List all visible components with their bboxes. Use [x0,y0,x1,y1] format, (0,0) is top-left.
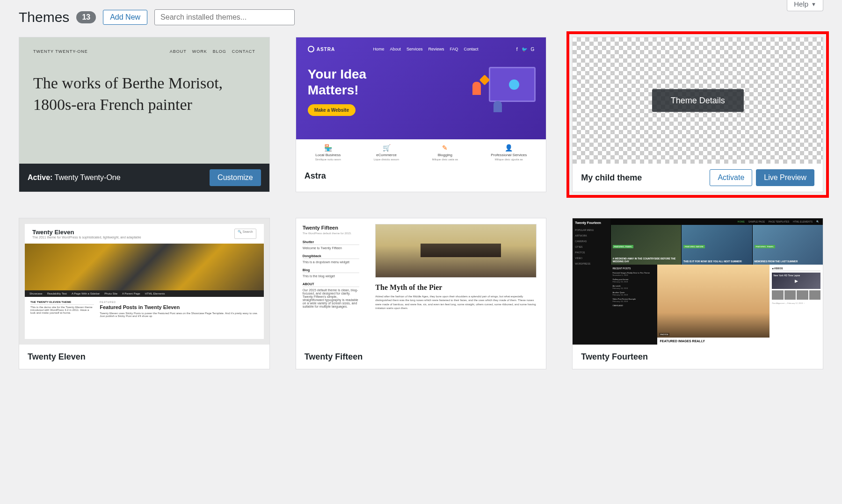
astra-illustration [468,63,536,112]
theme-name: Twenty Eleven [28,352,86,362]
theme-count-badge: 13 [76,11,96,23]
preview-top-nav: HOME SAMPLE PAGE PAGE TEMPLATES HTML ELE… [610,218,823,225]
facebook-icon: f [516,47,518,52]
astra-logo-icon [308,46,314,52]
theme-card-my-child-theme[interactable]: Theme Details My child theme Activate Li… [572,37,823,192]
twitter-icon: 🐦 [522,47,527,52]
preview-menu: ABOUT WORK BLOG CONTACT [170,49,255,54]
theme-screenshot: Twenty Eleven The 2011 theme for WordPre… [19,218,269,345]
astra-nav: Home About Services Reviews FAQ Contact [373,47,478,51]
theme-name: Active: Twenty Twenty-One [28,173,121,182]
help-tab[interactable]: Help ▼ [787,0,823,11]
search-input[interactable] [154,9,295,25]
theme-footer: Twenty Eleven [19,345,269,369]
theme-card-astra[interactable]: ASTRA Home About Services Reviews FAQ Co… [296,37,547,192]
theme-footer: Active: Twenty Twenty-One Customize [19,164,269,192]
theme-card-twenty-twenty-one[interactable]: TWENTY TWENTY-ONE ABOUT WORK BLOG CONTAC… [19,37,270,192]
preview-feature-image: PHOTOS FEATURED IMAGES REALLY [657,265,770,345]
edit-icon: ✎ [432,144,458,151]
cart-icon: 🛒 [374,144,399,151]
astra-social: f 🐦 G [516,47,535,52]
theme-screenshot: TWENTY TWENTY-ONE ABOUT WORK BLOG CONTAC… [19,37,269,164]
header: Themes 13 Add New [19,9,823,25]
theme-details-button[interactable]: Theme Details [652,89,744,112]
theme-footer: Twenty Fourteen [573,345,823,369]
person-icon: 👤 [491,144,527,151]
theme-name: My child theme [581,173,642,183]
customize-button[interactable]: Customize [210,169,261,186]
astra-features: 🏪Local BusinessSimilique notio assm 🛒eCo… [296,139,546,164]
page-title: Themes [19,9,69,25]
play-icon: ▶ [795,279,798,283]
preview-video: ▶New York HD Time Lapse [772,273,820,289]
add-new-button[interactable]: Add New [103,10,147,25]
theme-screenshot: ASTRA Home About Services Reviews FAQ Co… [296,37,546,164]
preview-header-image [25,244,264,290]
theme-name: Twenty Fifteen [305,352,363,362]
search-icon: 🔍 [816,220,819,223]
google-icon: G [531,47,535,52]
theme-name: Astra [305,171,326,181]
preview-site-title: TWENTY TWENTY-ONE [33,49,88,54]
astra-logo: ASTRA [308,46,335,52]
shop-icon: 🏪 [315,144,341,151]
search-icon: 🔍 Search [234,229,256,239]
chevron-down-icon: ▼ [811,1,816,7]
theme-card-twenty-fourteen[interactable]: Twenty Fourteen POPULAR MENU ARTWORK CAM… [572,218,823,369]
theme-screenshot: Theme Details [573,37,823,164]
preview-nav: Showcase Readability Test A Page With a … [25,290,264,297]
theme-footer: My child theme Activate Live Preview [573,164,823,192]
theme-screenshot: Twenty Fourteen POPULAR MENU ARTWORK CAM… [573,218,823,345]
themes-grid: TWENTY TWENTY-ONE ABOUT WORK BLOG CONTAC… [19,37,823,369]
astra-cta: Make a Website [308,104,356,116]
theme-screenshot: Twenty Fifteen The WordPress default the… [296,218,546,345]
theme-card-twenty-eleven[interactable]: Twenty Eleven The 2011 theme for WordPre… [19,218,270,369]
theme-footer: Astra [296,164,546,188]
theme-actions: Activate Live Preview [710,169,814,186]
help-label: Help [794,0,808,8]
preview-post-image [375,224,537,278]
live-preview-button[interactable]: Live Preview [756,169,814,186]
preview-hero: The works of Berthe Morisot, 1800s-era F… [33,72,255,115]
theme-name: Twenty Fourteen [581,352,648,362]
theme-footer: Twenty Fifteen [296,345,546,369]
activate-button[interactable]: Activate [710,169,752,186]
theme-card-twenty-fifteen[interactable]: Twenty Fifteen The WordPress default the… [296,218,547,369]
